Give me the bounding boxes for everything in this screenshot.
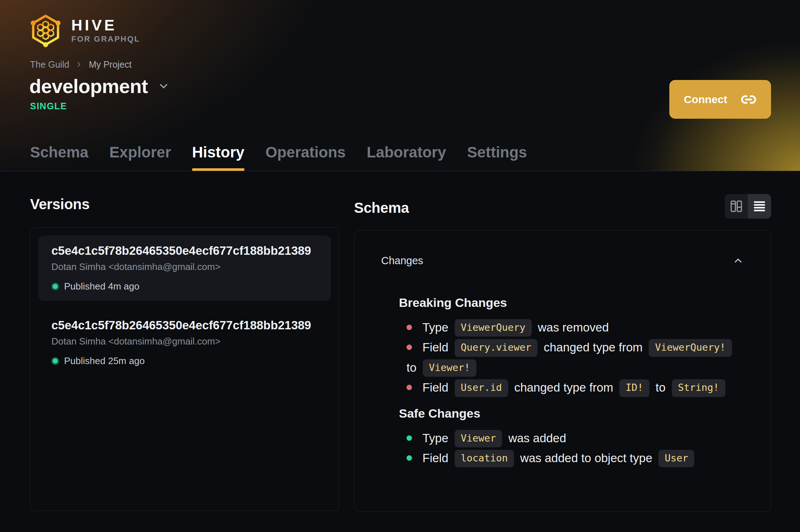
brand-logo[interactable]: HIVE FOR GRAPHQL [29, 13, 140, 48]
code-chip: User [658, 450, 694, 467]
schema-heading: Schema [354, 199, 409, 216]
version-status: Published 4m ago [51, 280, 318, 292]
version-author: Dotan Simha <dotansimha@gmail.com> [51, 261, 318, 273]
version-list-item[interactable]: c5e4c1c5f78b26465350e4ecf677cf188bb21389… [38, 236, 331, 301]
version-hash: c5e4c1c5f78b26465350e4ecf677cf188bb21389 [51, 244, 318, 257]
change-text: Type [422, 431, 452, 445]
brand-text: HIVE FOR GRAPHQL [71, 17, 140, 45]
schema-header-row: Schema [354, 194, 771, 219]
change-text: Field [422, 341, 452, 354]
change-text: to [407, 361, 420, 374]
breaking-changes-heading: Breaking Changes [399, 295, 744, 310]
versions-list: c5e4c1c5f78b26465350e4ecf677cf188bb21389… [30, 227, 339, 511]
changes-panel: Changes Breaking Changes Type ViewerQuer… [354, 230, 771, 512]
tab-schema[interactable]: Schema [30, 144, 88, 171]
list-view-button[interactable] [748, 194, 771, 219]
brand-name: HIVE [71, 17, 140, 34]
code-chip: ID! [619, 379, 649, 397]
tab-explorer[interactable]: Explorer [109, 144, 171, 171]
change-text: Type [422, 321, 452, 334]
tab-operations[interactable]: Operations [265, 144, 346, 171]
code-chip: location [455, 450, 514, 467]
change-text: was added [505, 431, 566, 445]
hive-honeycomb-hexagon-icon [29, 13, 62, 48]
safe-changes-list: Type Viewer was added Field location was… [407, 428, 744, 468]
brand-tagline: FOR GRAPHQL [71, 34, 140, 45]
target-title-row: development [29, 75, 170, 98]
change-text: was removed [535, 321, 609, 334]
tab-settings[interactable]: Settings [467, 144, 527, 171]
breaking-changes-list: Type ViewerQuery was removed Field Query… [407, 317, 744, 398]
change-item: Type Viewer was added [407, 428, 744, 448]
main-content: Versions c5e4c1c5f78b26465350e4ecf677cf1… [0, 171, 800, 532]
changes-label: Changes [381, 254, 423, 267]
chevron-down-icon[interactable] [157, 80, 170, 92]
version-list-item[interactable]: c5e4c1c5f78b26465350e4ecf677cf188bb21389… [38, 310, 331, 375]
change-text: Field [422, 381, 452, 394]
change-text: to [652, 381, 669, 394]
code-chip: User.id [455, 379, 508, 397]
published-status-dot [51, 357, 59, 365]
version-status-text: Published 25m ago [64, 355, 145, 367]
code-chip: Viewer! [423, 359, 476, 377]
version-hash: c5e4c1c5f78b26465350e4ecf677cf188bb21389 [51, 319, 318, 332]
view-mode-toggle [725, 194, 771, 219]
columns-view-button[interactable] [725, 194, 748, 219]
chevron-up-icon[interactable] [732, 255, 744, 266]
connect-button-label: Connect [684, 93, 727, 106]
change-item: Field User.id changed type from ID! to S… [407, 377, 744, 397]
breadcrumb-project[interactable]: My Project [89, 59, 131, 70]
tab-history[interactable]: History [192, 144, 245, 171]
list-view-icon [752, 199, 767, 214]
published-status-dot [51, 283, 59, 290]
tab-bar: Schema Explorer History Operations Labor… [30, 144, 527, 171]
code-chip: String! [672, 379, 725, 397]
page-title: development [29, 75, 148, 98]
connect-button[interactable]: Connect [669, 80, 771, 119]
chevron-right-icon [75, 60, 83, 68]
version-author: Dotan Simha <dotansimha@gmail.com> [51, 335, 318, 347]
versions-column: Versions c5e4c1c5f78b26465350e4ecf677cf1… [30, 194, 339, 532]
version-status-text: Published 4m ago [64, 280, 139, 292]
breadcrumb-org[interactable]: The Guild [30, 59, 69, 70]
change-item: Field location was added to object type … [407, 448, 744, 468]
link-icon [741, 92, 757, 107]
code-chip: ViewerQuery! [649, 339, 732, 356]
hive-app: HIVE FOR GRAPHQL The Guild My Project de… [0, 0, 800, 532]
header: HIVE FOR GRAPHQL The Guild My Project de… [0, 0, 800, 171]
code-chip: Viewer [455, 430, 502, 447]
breadcrumb: The Guild My Project [30, 59, 131, 70]
changes-body: Breaking Changes Type ViewerQuery was re… [381, 295, 744, 468]
code-chip: Query.viewer [455, 339, 538, 356]
change-text: changed type from [540, 341, 646, 354]
versions-heading: Versions [30, 195, 339, 213]
schema-column: Schema [354, 194, 771, 532]
code-chip: ViewerQuery [455, 319, 532, 337]
columns-view-icon [729, 199, 744, 214]
change-item: Type ViewerQuery was removed [407, 317, 744, 337]
tab-laboratory[interactable]: Laboratory [367, 144, 446, 171]
changes-collapse-header[interactable]: Changes [381, 254, 744, 267]
target-type-badge: SINGLE [30, 101, 67, 111]
change-item: Field Query.viewer changed type from Vie… [407, 337, 744, 377]
safe-changes-heading: Safe Changes [399, 406, 744, 421]
change-text: changed type from [511, 381, 617, 394]
version-status: Published 25m ago [51, 355, 318, 367]
change-text: was added to object type [517, 451, 656, 465]
change-text: Field [422, 451, 452, 465]
